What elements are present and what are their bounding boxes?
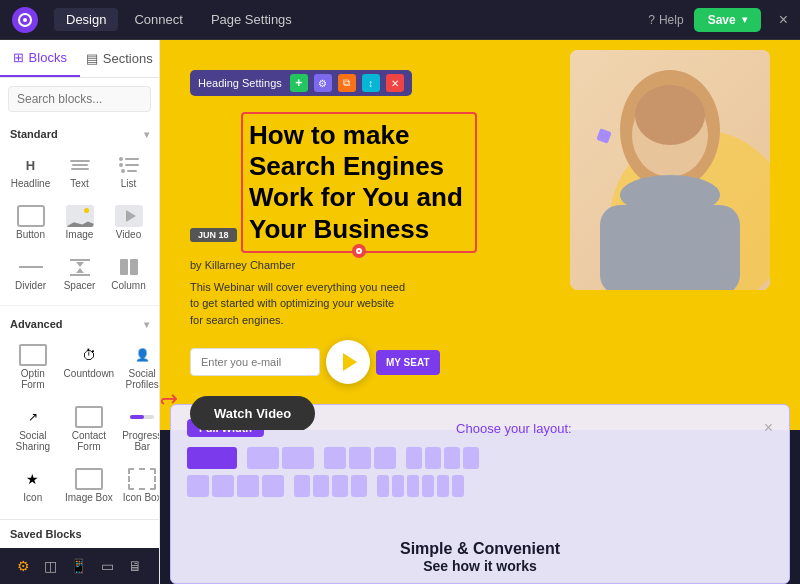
block-optin-label: Optin Form [10, 368, 56, 390]
nav-connect[interactable]: Connect [122, 8, 194, 31]
layout-option-5col[interactable] [294, 475, 367, 497]
block-column-label: Column [111, 280, 145, 291]
blocks-icon: ⊞ [13, 50, 24, 65]
layout-cell-quarter-1 [406, 447, 422, 469]
layout-2col-3 [237, 475, 259, 497]
nav-design[interactable]: Design [54, 8, 118, 31]
bottom-text-main: Simple & Convenient [160, 540, 800, 558]
heading-container[interactable]: How to make Search Engines Work for You … [241, 112, 477, 253]
duplicate-icon[interactable]: ⧉ [338, 74, 356, 92]
layout-cell-half-1 [247, 447, 279, 469]
layout-cell-third-1 [324, 447, 346, 469]
block-social-sharing[interactable]: ↗ Social Sharing [8, 400, 58, 458]
layout-2col-4 [262, 475, 284, 497]
block-icon[interactable]: ★ Icon [8, 462, 58, 509]
play-icon [343, 353, 357, 371]
layout-option-2col[interactable] [187, 475, 284, 497]
icon-box-icon [128, 468, 156, 490]
layout-options-container [187, 447, 773, 497]
help-label: Help [659, 13, 684, 27]
block-image-label: Image [66, 229, 94, 240]
bottom-tablet-icon[interactable]: ▭ [101, 558, 114, 574]
tab-sections[interactable]: ▤ Sections [80, 40, 160, 77]
webinar-form: MY SEAT [190, 340, 770, 384]
watch-video-area: ↩ Watch Video [190, 396, 315, 430]
watch-video-button[interactable]: Watch Video [190, 396, 315, 430]
social-sharing-icon: ↗ [19, 406, 47, 428]
layout-option-6col[interactable] [377, 475, 464, 497]
reserve-seat-button[interactable]: MY SEAT [376, 350, 440, 375]
block-image[interactable]: Image [57, 199, 102, 246]
block-icon-label: Icon [23, 492, 42, 503]
chevron-icon-adv: ▾ [144, 319, 149, 330]
layout-option-quarters[interactable] [406, 447, 479, 469]
block-countdown[interactable]: ⏱ Countdown [62, 338, 117, 396]
add-block-icon[interactable]: + [290, 74, 308, 92]
play-button[interactable] [326, 340, 370, 384]
block-contact-form-label: Contact Form [64, 430, 115, 452]
saved-blocks-label: Saved Blocks [10, 528, 82, 540]
layout-row-2 [187, 475, 773, 497]
layout-6col-1 [377, 475, 389, 497]
contact-form-icon [75, 406, 103, 428]
layout-option-full[interactable] [187, 447, 237, 469]
block-video-label: Video [116, 229, 141, 240]
block-list[interactable]: List [106, 148, 151, 195]
block-image-box-label: Image Box [65, 492, 113, 503]
block-spacer-label: Spacer [64, 280, 96, 291]
block-list-label: List [121, 178, 137, 189]
sections-icon: ▤ [86, 51, 98, 66]
block-divider[interactable]: Divider [8, 250, 53, 297]
progress-bar-icon [128, 406, 156, 428]
list-icon [115, 154, 143, 176]
block-video[interactable]: Video [106, 199, 151, 246]
block-social-profiles-label: Social Profiles [122, 368, 159, 390]
layout-6col-3 [407, 475, 419, 497]
block-text[interactable]: Text [57, 148, 102, 195]
block-image-box[interactable]: Image Box [62, 462, 117, 509]
block-optin-form[interactable]: Optin Form [8, 338, 58, 396]
heading-toolbar: Heading Settings + ⚙ ⧉ ↕ ✕ [190, 70, 412, 96]
bottom-mobile-icon[interactable]: 📱 [70, 558, 87, 574]
help-button[interactable]: ? Help [648, 13, 683, 27]
tab-blocks[interactable]: ⊞ Blocks [0, 40, 80, 77]
help-icon: ? [648, 13, 655, 27]
save-button[interactable]: Save ▾ [694, 8, 761, 32]
save-label: Save [708, 13, 736, 27]
layout-option-thirds[interactable] [324, 447, 396, 469]
layout-cell-quarter-3 [444, 447, 460, 469]
block-progress-bar-label: Progress Bar [122, 430, 159, 452]
layout-cell-third-2 [349, 447, 371, 469]
bottom-settings-icon[interactable]: ⚙ [17, 558, 30, 574]
block-spacer[interactable]: Spacer [57, 250, 102, 297]
heading-handle[interactable] [352, 244, 366, 258]
block-column[interactable]: Column [106, 250, 151, 297]
block-button[interactable]: Button [8, 199, 53, 246]
block-headline[interactable]: H Headline [8, 148, 53, 195]
search-input[interactable] [8, 86, 151, 112]
close-button[interactable]: × [779, 11, 788, 29]
bottom-layers-icon[interactable]: ◫ [44, 558, 57, 574]
block-icon-box[interactable]: Icon Box [120, 462, 159, 509]
heading-toolbar-label: Heading Settings [198, 77, 282, 89]
chevron-down-icon: ▾ [742, 14, 747, 25]
main-layout: ⊞ Blocks ▤ Sections Standard ▾ H Headlin… [0, 40, 800, 584]
layout-option-half[interactable] [247, 447, 314, 469]
tab-sections-label: Sections [103, 51, 153, 66]
block-social-sharing-label: Social Sharing [10, 430, 56, 452]
layout-6col-5 [437, 475, 449, 497]
layout-cell-full [187, 447, 237, 469]
column-icon [115, 256, 143, 278]
nav-page-settings[interactable]: Page Settings [199, 8, 304, 31]
email-input[interactable] [190, 348, 320, 376]
divider-icon [17, 256, 45, 278]
settings-icon[interactable]: ⚙ [314, 74, 332, 92]
block-progress-bar[interactable]: Progress Bar [120, 400, 159, 458]
block-social-profiles[interactable]: 👤 Social Profiles [120, 338, 159, 396]
layout-6col-6 [452, 475, 464, 497]
bottom-desktop-icon[interactable]: 🖥 [128, 558, 142, 574]
move-icon[interactable]: ↕ [362, 74, 380, 92]
block-text-label: Text [70, 178, 88, 189]
block-contact-form[interactable]: Contact Form [62, 400, 117, 458]
delete-icon[interactable]: ✕ [386, 74, 404, 92]
